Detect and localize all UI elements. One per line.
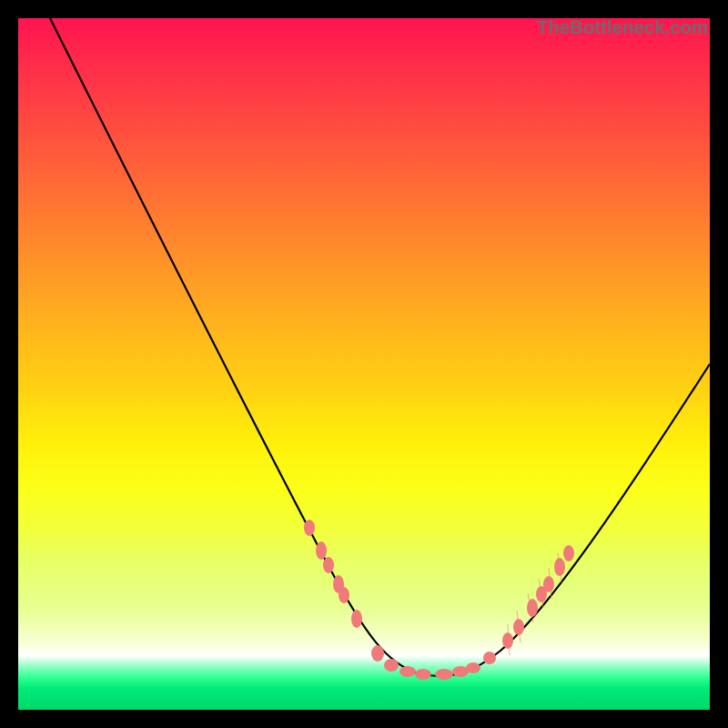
svg-point-9: [415, 669, 431, 680]
chart-frame: TheBottleneck.com: [18, 18, 710, 710]
svg-point-7: [384, 659, 399, 672]
svg-point-18: [543, 576, 554, 592]
svg-point-16: [527, 599, 538, 617]
svg-point-4: [339, 587, 349, 603]
curve-markers: [304, 520, 574, 680]
svg-point-13: [483, 652, 496, 664]
svg-point-10: [435, 669, 453, 680]
bottleneck-curve: [50, 18, 710, 676]
svg-point-2: [323, 557, 334, 573]
svg-point-8: [399, 666, 416, 677]
svg-point-20: [563, 545, 574, 561]
svg-point-1: [316, 541, 327, 560]
svg-point-0: [304, 520, 315, 536]
chart-svg: [18, 18, 710, 710]
svg-point-14: [502, 632, 513, 649]
plot-area: [18, 18, 710, 710]
svg-point-12: [466, 662, 480, 673]
svg-point-5: [351, 610, 362, 628]
svg-point-6: [371, 645, 384, 662]
